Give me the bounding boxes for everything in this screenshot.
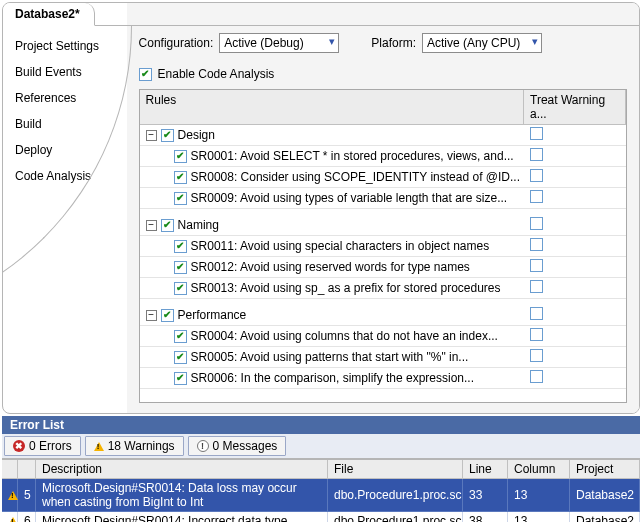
warnings-filter-button[interactable]: 18 Warnings <box>85 436 184 456</box>
row-column: 13 <box>508 479 570 512</box>
sidebar-item-code-analysis[interactable]: Code Analysis <box>13 163 127 189</box>
treat-warning-checkbox[interactable] <box>530 328 543 341</box>
enable-code-analysis-checkbox[interactable] <box>139 68 152 81</box>
treat-warning-checkbox[interactable] <box>530 280 543 293</box>
platform-label: Plaform: <box>371 36 416 50</box>
row-project: Database2 <box>570 512 640 522</box>
rule-label: SR0012: Avoid using reserved words for t… <box>191 260 470 274</box>
rule-label: SR0006: In the comparison, simplify the … <box>191 371 474 385</box>
configuration-label: Configuration: <box>139 36 214 50</box>
row-file: dbo.Procedure1.proc.sc <box>328 479 463 512</box>
treat-warning-checkbox[interactable] <box>530 190 543 203</box>
rule-label: SR0005: Avoid using patterns that start … <box>191 350 469 364</box>
rule-checkbox[interactable] <box>174 240 187 253</box>
category-label: Performance <box>178 308 247 322</box>
messages-filter-button[interactable]: ! 0 Messages <box>188 436 287 456</box>
treat-warning-checkbox[interactable] <box>530 349 543 362</box>
error-row[interactable]: 5Microsoft.Design#SR0014: Data loss may … <box>2 479 640 512</box>
rule-checkbox[interactable] <box>174 330 187 343</box>
message-icon: ! <box>197 440 209 452</box>
category-toggle[interactable] <box>146 310 157 321</box>
rule-checkbox[interactable] <box>174 192 187 205</box>
error-row[interactable]: 6Microsoft.Design#SR0014: Incorrect data… <box>2 512 640 522</box>
enable-code-analysis-label: Enable Code Analysis <box>158 67 275 81</box>
treat-warning-checkbox[interactable] <box>530 217 543 230</box>
rule-label: SR0011: Avoid using special characters i… <box>191 239 490 253</box>
grid-header-file[interactable]: File <box>328 460 463 479</box>
grid-header-project[interactable]: Project <box>570 460 640 479</box>
row-index: 5 <box>18 479 36 512</box>
warning-icon <box>94 442 104 451</box>
rule-checkbox[interactable] <box>174 282 187 295</box>
grid-header-line[interactable]: Line <box>463 460 508 479</box>
row-file: dbo.Procedure1.proc.sc <box>328 512 463 522</box>
category-checkbox[interactable] <box>161 219 174 232</box>
rules-column-header[interactable]: Rules <box>140 90 524 124</box>
treat-warning-checkbox[interactable] <box>530 238 543 251</box>
sidebar-item-deploy[interactable]: Deploy <box>13 137 127 163</box>
errors-filter-button[interactable]: ✖ 0 Errors <box>4 436 81 456</box>
configuration-select[interactable]: Active (Debug) <box>219 33 339 53</box>
sidebar-item-build[interactable]: Build <box>13 111 127 137</box>
rule-checkbox[interactable] <box>174 171 187 184</box>
rule-checkbox[interactable] <box>174 351 187 364</box>
row-description: Microsoft.Design#SR0014: Data loss may o… <box>36 479 328 512</box>
platform-select[interactable]: Active (Any CPU) <box>422 33 542 53</box>
warning-icon <box>8 491 18 500</box>
row-index: 6 <box>18 512 36 522</box>
error-list-title: Error List <box>2 416 640 434</box>
treat-warning-checkbox[interactable] <box>530 259 543 272</box>
rule-checkbox[interactable] <box>174 261 187 274</box>
treat-warning-checkbox[interactable] <box>530 127 543 140</box>
treat-warning-checkbox[interactable] <box>530 370 543 383</box>
rule-label: SR0004: Avoid using columns that do not … <box>191 329 498 343</box>
settings-sidebar: Project Settings Build Events References… <box>3 3 127 413</box>
rule-label: SR0008: Consider using SCOPE_IDENTITY in… <box>191 170 520 184</box>
category-label: Naming <box>178 218 219 232</box>
sidebar-item-build-events[interactable]: Build Events <box>13 59 127 85</box>
grid-header-column[interactable]: Column <box>508 460 570 479</box>
rules-panel: Rules Treat Warning a... DesignSR0001: A… <box>139 89 627 403</box>
rule-checkbox[interactable] <box>174 150 187 163</box>
rules-body[interactable]: DesignSR0001: Avoid SELECT * in stored p… <box>140 125 626 402</box>
warning-icon <box>8 517 18 523</box>
row-project: Database2 <box>570 479 640 512</box>
treat-warning-column-header[interactable]: Treat Warning a... <box>524 90 626 124</box>
sidebar-item-project-settings[interactable]: Project Settings <box>13 33 127 59</box>
sidebar-item-references[interactable]: References <box>13 85 127 111</box>
tab-underline <box>3 25 639 26</box>
category-toggle[interactable] <box>146 130 157 141</box>
category-checkbox[interactable] <box>161 309 174 322</box>
row-line: 38 <box>463 512 508 522</box>
rule-label: SR0009: Avoid using types of variable le… <box>191 191 508 205</box>
error-icon: ✖ <box>13 440 25 452</box>
treat-warning-checkbox[interactable] <box>530 307 543 320</box>
document-tab[interactable]: Database2* <box>3 3 95 26</box>
row-description: Microsoft.Design#SR0014: Incorrect data … <box>36 512 328 522</box>
content-panel: Configuration: Active (Debug) Plaform: A… <box>127 3 639 413</box>
rule-label: SR0001: Avoid SELECT * in stored procedu… <box>191 149 514 163</box>
row-column: 13 <box>508 512 570 522</box>
rule-checkbox[interactable] <box>174 372 187 385</box>
category-toggle[interactable] <box>146 220 157 231</box>
row-line: 33 <box>463 479 508 512</box>
category-checkbox[interactable] <box>161 129 174 142</box>
treat-warning-checkbox[interactable] <box>530 148 543 161</box>
error-grid: Description File Line Column Project 5Mi… <box>2 459 640 522</box>
category-label: Design <box>178 128 215 142</box>
rule-label: SR0013: Avoid using sp_ as a prefix for … <box>191 281 501 295</box>
grid-header-description[interactable]: Description <box>36 460 328 479</box>
treat-warning-checkbox[interactable] <box>530 169 543 182</box>
